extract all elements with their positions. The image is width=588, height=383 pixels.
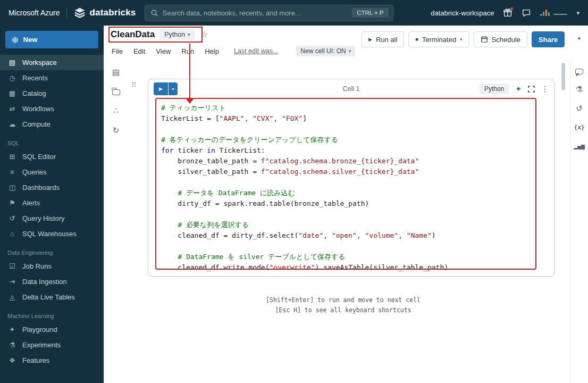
code-line[interactable]: # 各ティッカーのデータをクリーンアップして保存する	[161, 135, 554, 145]
workflows-icon: ⇄	[7, 105, 17, 113]
cell-language-badge[interactable]: Python	[480, 84, 509, 94]
schedule-button[interactable]: Schedule	[474, 31, 527, 47]
scrollbar-thumb[interactable]	[561, 63, 565, 90]
run-history-icon[interactable]: ↻	[113, 126, 120, 135]
code-line[interactable]: bronze_table_path = f"catalog.schema.bro…	[161, 156, 554, 166]
sidebar-item-label: Playground	[22, 326, 57, 334]
sidebar-item-queries[interactable]: ≡Queries	[0, 164, 104, 180]
sql-warehouses-icon: ⌂	[7, 230, 17, 238]
menu-edit[interactable]: Edit	[133, 47, 145, 55]
workbench: CleanData Python ▾ ☆ FileEditViewRunHelp…	[104, 26, 588, 383]
code-line[interactable]: for ticker in TickerList:	[161, 145, 554, 156]
code-line[interactable]: # データを DataFrame に読み込む	[161, 188, 554, 198]
share-button[interactable]: Share	[532, 31, 565, 47]
sidebar-item-label: SQL Warehouses	[22, 230, 77, 238]
code-line[interactable]	[161, 209, 554, 220]
sidebar-section-sql: SQL	[0, 140, 104, 146]
cell-run-button[interactable]: ▶ ▾	[154, 82, 178, 95]
sidebar-item-query-history[interactable]: ↺Query History	[0, 211, 104, 226]
version-history-icon[interactable]: ↺	[576, 104, 583, 113]
sidebar-section-machine-learning: Machine Learning	[0, 313, 104, 319]
sidebar-item-recents[interactable]: ◷Recents	[0, 70, 104, 86]
variables-icon[interactable]: {x}	[574, 123, 585, 132]
sidebar-item-label: Workspace	[22, 59, 57, 66]
expand-cell-icon[interactable]	[528, 86, 535, 93]
sidebar-item-delta-live-tables[interactable]: ◬Delta Live Tables	[0, 289, 104, 305]
code-line[interactable]: # DataFrame を silver テーブルとして保存する	[161, 252, 554, 262]
cell-code[interactable]: # ティッカーリストTickerList = ["AAPL", "CVX", "…	[148, 98, 554, 273]
notebook-title-row: CleanData Python ▾ ☆	[111, 29, 208, 40]
sidebar-item-workflows[interactable]: ⇄Workflows	[0, 101, 104, 116]
new-button[interactable]: ⊕ New	[5, 31, 98, 48]
code-line[interactable]: dirty_df = spark.read.table(bronze_table…	[161, 198, 554, 209]
sidebar-item-job-runs[interactable]: ☑Job Runs	[0, 259, 104, 274]
notebook-cell[interactable]: ▶ ▾ Cell 1 Python ✦ ⋮ # ティッカーリストTickerLi…	[148, 79, 555, 277]
sidebar-item-workspace[interactable]: ▤Workspace	[0, 55, 104, 70]
cell-ui-toggle[interactable]: New cell UI: ON ▾	[296, 46, 355, 56]
experiments-icon: ⚗	[7, 341, 17, 349]
comments-icon[interactable]	[575, 69, 583, 74]
sidebar-item-label: Job Runs	[22, 262, 52, 270]
help-bubble-icon[interactable]	[522, 8, 531, 18]
scrollbar[interactable]	[561, 61, 565, 383]
run-all-button[interactable]: ▶ Run all	[362, 31, 404, 47]
run-options-chevron-icon[interactable]: ▾	[169, 82, 178, 95]
search-input[interactable]	[163, 9, 348, 17]
code-line[interactable]: # 必要な列を選択する	[161, 220, 554, 230]
collapse-header-icon[interactable]: ▴	[577, 34, 581, 41]
sidebar-item-sql-editor[interactable]: ⊞SQL Editor	[0, 149, 104, 164]
cell-hints: [Shift+Enter] to run and move to next ce…	[128, 295, 558, 315]
sidebar-item-playground[interactable]: ✦Playground	[0, 322, 104, 337]
menu-view[interactable]: View	[156, 47, 171, 55]
code-line[interactable]: TickerList = ["AAPL", "CVX", "FOX"]	[161, 113, 554, 124]
sidebar-item-label: Features	[22, 356, 49, 364]
sidebar-item-data-ingestion[interactable]: ⇥Data Ingestion	[0, 274, 104, 289]
catalog-tree-icon[interactable]: ∴	[113, 106, 119, 115]
query-history-icon: ↺	[7, 214, 17, 222]
sidebar-nav: ▤Workspace◷Recents▦Catalog⇄Workflows☁Com…	[0, 55, 104, 368]
menu-run[interactable]: Run	[181, 47, 194, 55]
usage-meter-icon[interactable]	[540, 10, 567, 16]
code-line[interactable]	[161, 241, 554, 252]
workspace-name[interactable]: databrick-workspace	[431, 9, 494, 17]
sidebar-section-data-engineering: Data Engineering	[0, 249, 104, 256]
delta-live-tables-icon: ◬	[7, 293, 17, 301]
play-icon[interactable]: ▶	[154, 82, 168, 95]
sidebar-item-catalog[interactable]: ▦Catalog	[0, 86, 104, 101]
azure-logo[interactable]: Microsoft Azure	[9, 9, 60, 17]
databricks-wordmark[interactable]: databricks	[89, 7, 136, 18]
global-search[interactable]: CTRL + P	[145, 5, 393, 21]
sidebar-item-dashboards[interactable]: ◫Dashboards	[0, 180, 104, 195]
calendar-icon	[481, 36, 488, 43]
sidebar-item-alerts[interactable]: ⚑Alerts	[0, 195, 104, 211]
table-of-contents-icon[interactable]: ▤	[112, 68, 120, 77]
sidebar-item-label: Data Ingestion	[22, 278, 67, 286]
sidebar-item-features[interactable]: ❖Features	[0, 353, 104, 368]
job-runs-icon: ☑	[7, 262, 17, 270]
menu-help[interactable]: Help	[205, 47, 219, 55]
sidebar-item-compute[interactable]: ☁Compute	[0, 116, 104, 132]
gift-icon[interactable]	[503, 8, 513, 18]
code-line[interactable]	[161, 177, 554, 188]
code-line[interactable]: cleaned_df.write.mode("overwrite").saveA…	[161, 262, 554, 273]
account-chevron-icon[interactable]: ▾	[576, 10, 579, 16]
cluster-state-button[interactable]: ■ Terminated ▾	[408, 31, 469, 47]
notebook-language-selector[interactable]: Python ▾	[159, 29, 195, 40]
experiment-icon[interactable]: ⚗	[576, 85, 583, 94]
cell-menu-kebab-icon[interactable]: ⋮	[541, 85, 549, 93]
favorite-star-icon[interactable]: ☆	[201, 30, 208, 39]
sidebar-item-experiments[interactable]: ⚗Experiments	[0, 337, 104, 353]
code-line[interactable]: silver_table_path = f"catalog.schema.sil…	[161, 166, 554, 177]
menu-file[interactable]: File	[112, 47, 123, 55]
last-edit-link[interactable]: Last edit was...	[234, 47, 278, 55]
data-profile-icon[interactable]: ▂▅▇	[574, 142, 585, 151]
sidebar-item-label: Dashboards	[22, 184, 60, 192]
code-line[interactable]: cleaned_df = dirty_df.select("date", "op…	[161, 230, 554, 241]
notebook-title[interactable]: CleanData	[111, 29, 155, 40]
cell-drag-handle-icon[interactable]: ⠿	[131, 81, 137, 89]
assistant-sparkle-icon[interactable]: ✦	[515, 85, 522, 93]
code-line[interactable]	[161, 124, 554, 135]
folder-icon[interactable]	[112, 89, 120, 95]
code-line[interactable]: # ティッカーリスト	[161, 103, 554, 113]
sidebar-item-sql-warehouses[interactable]: ⌂SQL Warehouses	[0, 226, 104, 242]
